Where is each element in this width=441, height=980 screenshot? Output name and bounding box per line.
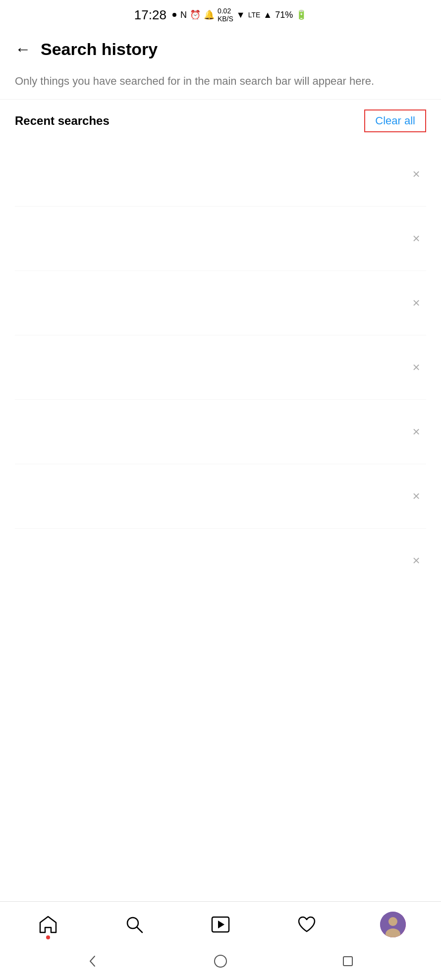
- svg-point-5: [388, 917, 397, 926]
- avatar: [380, 912, 406, 937]
- nav-item-likes[interactable]: [294, 912, 320, 937]
- remove-button-7[interactable]: ×: [406, 551, 426, 571]
- remove-button-6[interactable]: ×: [406, 486, 426, 506]
- svg-point-7: [215, 955, 226, 967]
- svg-line-1: [137, 927, 142, 932]
- search-item: ×: [15, 529, 426, 593]
- nfc-icon: N: [180, 10, 187, 20]
- search-items-list: × × × × × × ×: [0, 142, 441, 747]
- bottom-navigation: [0, 901, 441, 942]
- vibrate-icon: 🔔: [204, 9, 215, 20]
- remove-button-1[interactable]: ×: [406, 164, 426, 184]
- battery-level: 71%: [275, 10, 293, 20]
- nav-item-profile[interactable]: [380, 912, 406, 937]
- search-item: ×: [15, 207, 426, 271]
- remove-button-2[interactable]: ×: [406, 228, 426, 248]
- shorts-icon: [208, 912, 233, 937]
- page-title: Search history: [41, 40, 158, 59]
- nav-item-search[interactable]: [121, 912, 147, 937]
- search-item: ×: [15, 142, 426, 207]
- svg-rect-8: [343, 957, 352, 966]
- nav-item-shorts[interactable]: [208, 912, 233, 937]
- remove-button-4[interactable]: ×: [406, 357, 426, 377]
- status-icons: N ⏰ 🔔 0.02KB/S ▼ LTE ▲ 71% 🔋: [180, 7, 307, 23]
- home-active-dot: [46, 935, 50, 939]
- alarm-icon: ⏰: [190, 9, 201, 20]
- spacer: [0, 747, 441, 901]
- signal-icon: ▲: [263, 10, 272, 20]
- recent-searches-header: Recent searches Clear all: [0, 99, 441, 142]
- data-speed: 0.02KB/S: [218, 7, 233, 23]
- clear-all-button[interactable]: Clear all: [364, 109, 426, 132]
- back-button[interactable]: ←: [15, 40, 31, 58]
- search-item: ×: [15, 400, 426, 464]
- system-back-button[interactable]: [84, 952, 102, 970]
- wifi-icon: ▼: [236, 10, 245, 20]
- status-bar: 17:28 N ⏰ 🔔 0.02KB/S ▼ LTE ▲ 71% 🔋: [0, 0, 441, 30]
- remove-button-3[interactable]: ×: [406, 293, 426, 313]
- status-time: 17:28: [134, 7, 166, 23]
- recent-searches-label: Recent searches: [15, 114, 110, 128]
- system-recents-button[interactable]: [339, 952, 357, 970]
- battery-icon: 🔋: [296, 9, 307, 20]
- heart-icon: [294, 912, 320, 937]
- svg-marker-3: [218, 921, 224, 928]
- page-header: ← Search history: [0, 30, 441, 69]
- remove-button-5[interactable]: ×: [406, 422, 426, 441]
- system-home-button[interactable]: [212, 952, 229, 970]
- search-icon: [121, 912, 147, 937]
- nav-item-home[interactable]: [35, 912, 61, 937]
- lte-icon: LTE: [248, 11, 261, 19]
- search-item: ×: [15, 464, 426, 529]
- system-navigation: [0, 942, 441, 980]
- home-icon: [35, 912, 61, 937]
- description-text: Only things you have searched for in the…: [0, 69, 441, 99]
- search-item: ×: [15, 271, 426, 335]
- search-item: ×: [15, 335, 426, 400]
- nav-icons-row: [0, 912, 441, 937]
- status-dot: [172, 13, 176, 17]
